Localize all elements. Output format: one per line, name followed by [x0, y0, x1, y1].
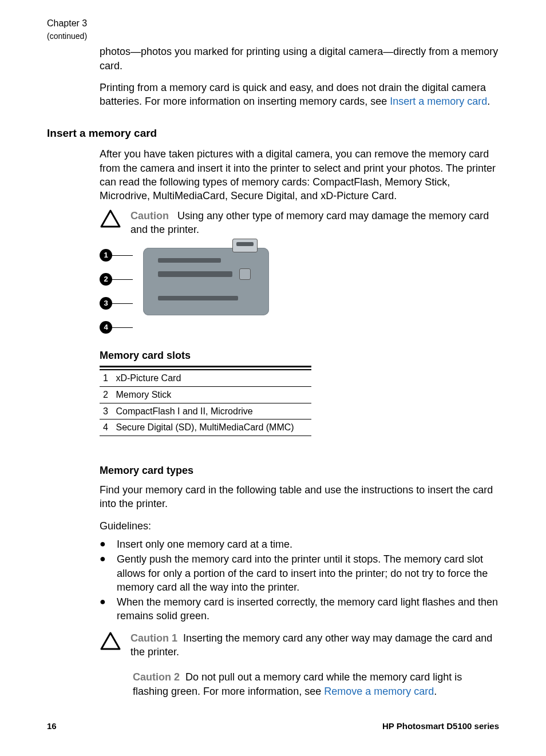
device-illustration: [143, 248, 269, 315]
intro-paragraph-1: photos—photos you marked for printing us…: [100, 45, 499, 73]
section-title-insert: Insert a memory card: [47, 126, 499, 141]
caution-icon: [100, 631, 121, 651]
caution-icon: [100, 209, 121, 228]
page-number: 16: [47, 721, 57, 732]
callout-badge-1: 1: [100, 249, 112, 262]
row-label: Secure Digital (SD), MultiMediaCard (MMC…: [112, 419, 311, 436]
chapter-label: Chapter 3: [47, 17, 499, 30]
callout-1: 1: [100, 249, 133, 262]
row-num: 1: [100, 370, 112, 386]
section1-paragraph: After you have taken pictures with a dig…: [100, 147, 499, 203]
list-item: ●Insert only one memory card at a time.: [100, 537, 499, 551]
row-num: 2: [100, 386, 112, 403]
caution-body-text: Using any other type of memory card may …: [130, 210, 489, 235]
callout-badge-2: 2: [100, 273, 112, 286]
row-num: 4: [100, 419, 112, 436]
section-title-types: Memory card types: [100, 464, 499, 477]
caution1-body: Inserting the memory card any other way …: [130, 632, 492, 658]
intro-paragraph-2: Printing from a memory card is quick and…: [100, 81, 499, 109]
row-label: Memory Stick: [112, 386, 311, 403]
bullet-text: When the memory card is inserted correct…: [117, 595, 499, 623]
row-label: xD-Picture Card: [112, 370, 311, 386]
section2-paragraph: Find your memory card in the following t…: [100, 483, 499, 511]
callout-4: 4: [100, 321, 133, 334]
slot-table-title: Memory card slots: [100, 349, 499, 362]
guidelines-list: ●Insert only one memory card at a time. …: [100, 537, 499, 623]
bullet-text: Gently push the memory card into the pri…: [117, 552, 499, 594]
figure-callouts: 1 2 3 4: [100, 248, 133, 334]
caution2-text-b: .: [434, 686, 437, 697]
slot-table: 1xD-Picture Card 2Memory Stick 3CompactF…: [100, 369, 311, 436]
list-item: ●Gently push the memory card into the pr…: [100, 552, 499, 594]
bullet-icon: ●: [100, 552, 106, 594]
continued-label: (continued): [47, 31, 499, 42]
callout-badge-3: 3: [100, 297, 112, 310]
caution-label: Caution 2: [133, 671, 180, 683]
callout-badge-4: 4: [100, 321, 112, 334]
table-row: 3CompactFlash I and II, Microdrive: [100, 403, 311, 419]
table-row: 2Memory Stick: [100, 386, 311, 403]
table-row: 4Secure Digital (SD), MultiMediaCard (MM…: [100, 419, 311, 436]
bullet-text: Insert only one memory card at a time.: [117, 537, 499, 551]
row-num: 3: [100, 403, 112, 419]
caution-label: Caution 1: [130, 632, 177, 644]
caution-text: Caution Using any other type of memory c…: [130, 209, 499, 237]
product-name: HP Photosmart D5100 series: [382, 721, 499, 732]
bullet-icon: ●: [100, 537, 106, 551]
bullet-icon: ●: [100, 595, 106, 623]
caution-block-1: Caution Using any other type of memory c…: [100, 209, 499, 237]
callout-2: 2: [100, 273, 133, 286]
guidelines-label: Guidelines:: [100, 519, 499, 533]
insert-memory-card-link[interactable]: Insert a memory card: [390, 96, 487, 107]
remove-memory-card-link[interactable]: Remove a memory card: [324, 686, 434, 697]
caution-body: [172, 210, 177, 221]
caution-block-2: Caution 1 Inserting the memory card any …: [100, 631, 499, 659]
caution-block-3: Caution 2 Do not pull out a memory card …: [133, 670, 499, 698]
memory-slot-figure: 1 2 3 4: [100, 248, 499, 334]
row-label: CompactFlash I and II, Microdrive: [112, 403, 311, 419]
table-row: 1xD-Picture Card: [100, 370, 311, 386]
caution-text: Caution 1 Inserting the memory card any …: [130, 631, 499, 659]
page-footer: 16 HP Photosmart D5100 series: [47, 721, 499, 732]
callout-3: 3: [100, 297, 133, 310]
caution-label: Caution: [130, 210, 169, 221]
list-item: ●When the memory card is inserted correc…: [100, 595, 499, 623]
intro-p2-text-b: .: [487, 96, 490, 107]
